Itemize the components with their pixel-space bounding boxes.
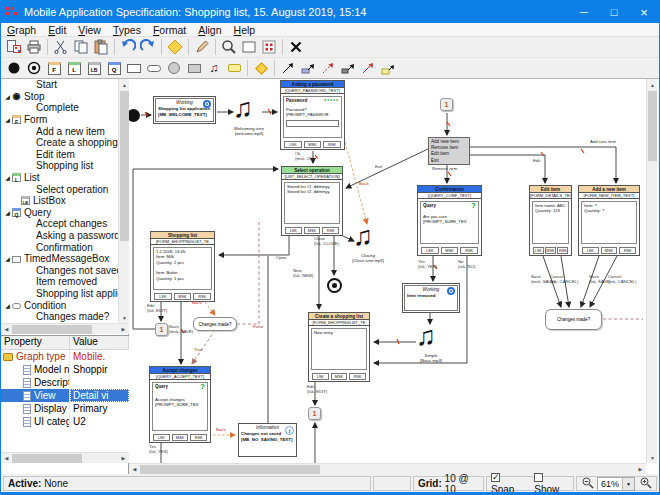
state-symbol-icon[interactable] [164,59,184,77]
snap-checkbox[interactable]: Snap [491,473,524,495]
expander-icon[interactable]: ◢ [3,255,12,262]
list-select-operation[interactable]: Select operation [LIST_SELECT_OPERATION]… [281,166,343,236]
start-symbol-icon[interactable] [4,59,24,77]
tree-item[interactable]: Edit item [1,149,118,161]
tree-item[interactable]: ◢ Stop [1,91,118,103]
close-button[interactable]: × [629,1,659,23]
new-graph-icon[interactable] [4,38,24,56]
expander-icon[interactable]: ◢ [3,174,12,181]
menu-graph[interactable]: Graph [1,24,42,36]
tree-item[interactable]: Changes made? [1,311,118,323]
timed-messagebox-welcome[interactable]: Working Shopping list application [MB_WE… [153,96,216,124]
tree-item[interactable]: ◢ List [1,172,118,184]
dark-arrow-icon[interactable] [338,59,358,77]
timedmessagebox-symbol-icon[interactable] [124,59,144,77]
menu-align[interactable]: Align [192,24,227,36]
menu-view[interactable]: View [72,24,107,36]
query-confirmation[interactable]: Confirmation [QUERY_CONF_TEXT] Query? Ar… [417,185,482,256]
joint-connector-left[interactable]: 1 [155,323,168,336]
timed-messagebox-item-removed[interactable]: Working Item removed [402,283,460,313]
expander-icon[interactable]: ◢ [3,302,12,309]
music-note-simple[interactable] [416,323,436,350]
form-symbol-icon[interactable] [44,59,64,77]
cut-icon[interactable] [51,38,71,56]
tree-horizontal-scrollbar[interactable]: ◀▶ [1,323,129,334]
diagram-canvas[interactable]: Working Shopping list application [MB_WE… [129,79,658,474]
red-arrow-icon[interactable] [358,59,378,77]
tree-item[interactable]: ◢ Condition [1,299,118,311]
undo-icon[interactable] [118,38,138,56]
form-create-shopping-list[interactable]: Create a shopping list [FORM_SHOPPINGLIS… [308,312,370,382]
property-horizontal-scrollbar[interactable]: ◀▶ [1,452,129,463]
zoom-out-icon[interactable] [581,476,594,491]
list-symbol-icon[interactable] [64,59,84,77]
tree-item[interactable]: Complete [1,102,118,114]
condition-changes-made-2[interactable]: Changes made? [545,309,602,330]
tree-item[interactable]: Create a shopping list [1,137,118,149]
property-row[interactable]: View Detail vi [1,389,129,402]
show-checkbox[interactable]: Show [534,473,569,495]
tree-item[interactable]: Confirmation [1,241,118,253]
annotation-symbol-icon[interactable] [224,59,244,77]
tree-item[interactable]: Start [1,79,118,91]
tree-item[interactable]: ListBox [1,195,118,207]
condition-symbol-icon[interactable] [144,59,164,77]
minimize-button[interactable]: ─ [569,1,599,23]
note-symbol-icon[interactable] [204,59,224,77]
joint-connector-bottom[interactable]: 1 [308,407,321,420]
tree-item[interactable]: Add a new item [1,125,118,137]
flow-blue-arrow-icon[interactable] [298,59,318,77]
expander-icon[interactable]: ◢ [3,93,12,100]
tree-item[interactable]: Shopping list application [1,288,118,300]
connector-diamond-icon[interactable] [251,59,271,77]
zoom-icon[interactable] [219,38,239,56]
add-object-icon[interactable] [165,38,185,56]
property-row[interactable]: Description [1,376,129,389]
stop-symbol[interactable] [327,278,342,293]
condition-changes-made-1[interactable]: Changes made? [193,317,237,331]
music-note-welcoming[interactable] [233,95,253,122]
form-shopping-list[interactable]: Shopping list [FORM_SHOPPINGLIST_TE 1.2.… [150,231,215,302]
joint-connector-top[interactable]: 1 [440,98,453,111]
property-row[interactable]: Model name Shoppir [1,363,129,376]
music-note-closing[interactable] [353,223,373,250]
copy-icon[interactable] [71,38,91,56]
delete-icon[interactable] [286,38,306,56]
maximize-button[interactable]: □ [599,1,629,23]
query-symbol-icon[interactable] [104,59,124,77]
rectangle-symbol-icon[interactable] [184,59,204,77]
flow-arrow-icon[interactable] [278,59,298,77]
pen-icon[interactable] [192,38,212,56]
canvas-vertical-scrollbar[interactable]: ▲ ▼ [646,79,657,463]
tree-item[interactable]: Asking a password [1,230,118,242]
zoom-level-combobox[interactable]: 61%▼ [597,477,635,491]
tree-item[interactable]: Select operation [1,183,118,195]
form-add-new-item[interactable]: Add a new item [FORM_NEW_ITEM_TEXT] Item… [578,185,640,256]
stop-symbol-icon[interactable] [24,59,44,77]
query-accept-changes[interactable]: Accept changes [QUERY_ACCEPT_TEXT] Query… [149,366,211,443]
tree-item[interactable]: Shopping list [1,160,118,172]
property-row[interactable]: UI category U2 [1,415,129,428]
menu-help[interactable]: Help [228,24,262,36]
tree-item[interactable]: Accept changes [1,218,118,230]
select-area-icon[interactable] [239,38,259,56]
property-row[interactable]: Display Primary [1,402,129,415]
query-asking-password[interactable]: Asking a password [QUERY_PASSWORD_TEXT] … [280,80,345,150]
information-box-changes-not-saved[interactable]: Information i Changes not saved [MB_NO_S… [238,423,297,457]
paste-icon[interactable] [91,38,111,56]
zoom-in-icon[interactable] [639,476,652,491]
form-edit-item[interactable]: Edit item [FORM_DETAILS_TEXT] Item name:… [529,185,572,256]
tree-item[interactable]: ◢ TimedMessageBox [1,253,118,265]
tree-item[interactable]: Changes not saved [1,265,118,277]
expander-icon[interactable]: ◢ [3,209,12,216]
tree-item[interactable]: Item removed [1,276,118,288]
tree-item[interactable]: ◢ Form [1,114,118,126]
tree-vertical-scrollbar[interactable]: ▲ ▼ [118,79,129,323]
menu-format[interactable]: Format [147,24,192,36]
grid-dots-icon[interactable] [259,38,279,56]
drawing-area[interactable]: Working Shopping list application [MB_WE… [129,79,646,463]
tree-item[interactable]: ◢ Query [1,207,118,219]
listbox-menu[interactable]: Add new item Remove item Edit item Exit [428,137,470,165]
property-row[interactable]: Graph type Mobile. [1,350,129,363]
expander-icon[interactable]: ◢ [3,116,12,123]
